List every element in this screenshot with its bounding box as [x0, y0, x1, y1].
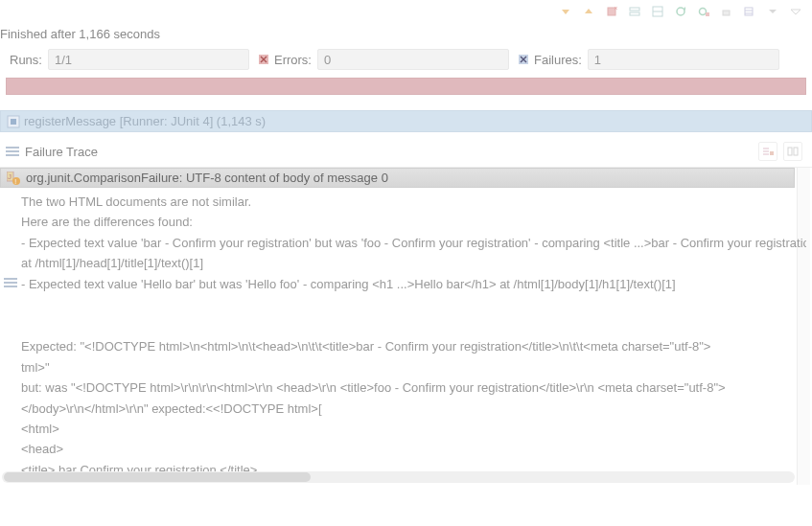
expand-all-icon[interactable]	[626, 3, 643, 20]
history-dropdown-icon[interactable]	[764, 3, 781, 20]
svg-rect-16	[11, 119, 16, 125]
trace-exception-line[interactable]: J! org.junit.ComparisonFailure: UTF-8 co…	[0, 168, 795, 188]
failures-icon	[519, 55, 528, 64]
svg-rect-3	[630, 12, 639, 15]
trace-line: <head>	[21, 439, 806, 459]
trace-line: - Expected text value 'bar - Confirm you…	[21, 233, 806, 253]
errors-label: Errors:	[272, 53, 317, 67]
progress-bar	[6, 78, 806, 95]
failure-trace-header: Failure Trace	[0, 132, 812, 167]
trace-line: tml>"	[21, 357, 806, 377]
failure-trace-title: Failure Trace	[25, 145, 98, 159]
prev-failure-icon[interactable]	[580, 3, 597, 20]
test-tree-item[interactable]: registerMessage [Runner: JUnit 4] (1,143…	[0, 110, 812, 132]
svg-rect-25	[794, 148, 798, 155]
junit-toolbar: x	[0, 0, 812, 23]
rerun-failed-icon[interactable]	[695, 3, 712, 20]
svg-rect-9	[723, 11, 730, 15]
trace-line: </body>\r\n</html>\r\n" expected:<<!DOCT…	[21, 399, 806, 419]
failures-value: 1	[588, 49, 779, 70]
trace-body[interactable]: The two HTML documents are not similar. …	[0, 188, 812, 485]
lock-icon[interactable]	[718, 3, 735, 20]
trace-exception-text: org.junit.ComparisonFailure: UTF-8 conte…	[26, 171, 388, 185]
svg-text:!: !	[14, 177, 16, 184]
svg-point-6	[677, 8, 684, 15]
trace-line: The two HTML documents are not similar.	[21, 192, 806, 212]
junit-warning-icon: J!	[7, 172, 20, 185]
runs-value: 1/1	[48, 49, 249, 70]
failures-label: Failures:	[532, 53, 588, 67]
compare-trace-button[interactable]	[783, 142, 802, 161]
svg-rect-10	[745, 8, 753, 15]
failure-trace-icon	[6, 146, 19, 157]
status-text: Finished after 1,166 seconds	[0, 23, 812, 49]
svg-point-7	[700, 9, 707, 15]
trace-line: <html>	[21, 419, 806, 439]
failure-trace-area: J! org.junit.ComparisonFailure: UTF-8 co…	[0, 167, 812, 485]
test-item-icon	[7, 115, 20, 128]
svg-rect-24	[788, 148, 792, 155]
trace-line: - Expected text value 'Hello bar' but wa…	[21, 274, 806, 294]
stack-frame-icon	[4, 276, 17, 289]
trace-line: Expected: "<!DOCTYPE html>\n<html>\n\t<h…	[21, 336, 806, 356]
test-item-label: registerMessage [Runner: JUnit 4] (1,143…	[24, 114, 266, 128]
errors-icon	[259, 55, 268, 64]
stop-icon[interactable]: x	[603, 3, 620, 20]
trace-line: but: was "<!DOCTYPE html>\r\n\r\n<html>\…	[21, 377, 806, 398]
svg-rect-8	[706, 12, 709, 16]
svg-text:J: J	[8, 172, 12, 181]
trace-line: Here are the differences found:	[21, 212, 806, 232]
errors-value: 0	[317, 49, 509, 70]
next-failure-icon[interactable]	[557, 3, 574, 20]
filter-trace-button[interactable]	[758, 142, 777, 161]
horizontal-scrollbar-thumb[interactable]	[4, 472, 311, 482]
rerun-icon[interactable]	[672, 3, 689, 20]
trace-line: at /html[1]/head[1]/title[1]/text()[1]	[21, 253, 806, 273]
counters-row: Runs: 1/1 Errors: 0 Failures: 1	[0, 49, 812, 76]
horizontal-scrollbar[interactable]	[2, 471, 795, 483]
svg-rect-2	[630, 8, 639, 11]
collapse-all-icon[interactable]	[649, 3, 666, 20]
svg-rect-23	[770, 151, 774, 155]
svg-text:x: x	[615, 6, 617, 11]
history-icon[interactable]	[741, 3, 758, 20]
view-menu-icon[interactable]	[787, 3, 804, 20]
runs-label: Runs:	[0, 53, 48, 67]
